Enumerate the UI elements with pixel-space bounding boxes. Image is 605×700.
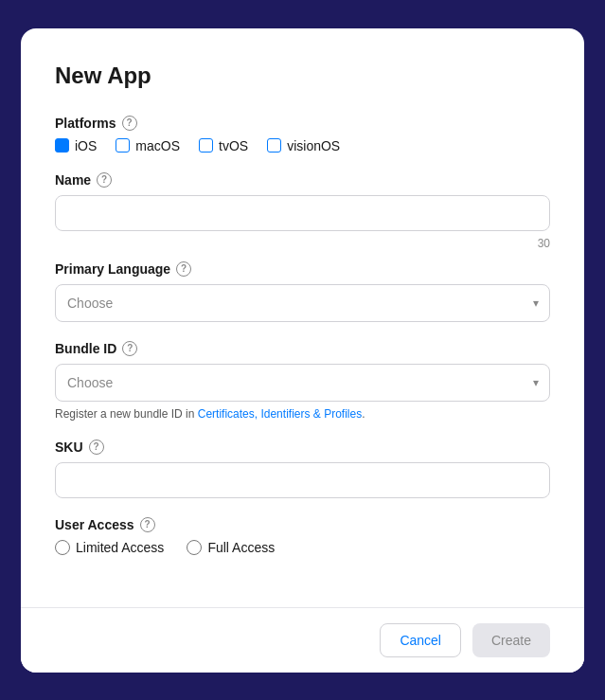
- bundle-id-select[interactable]: Choose: [55, 364, 550, 402]
- bundle-id-select-wrapper: Choose ▾: [55, 364, 550, 402]
- primary-language-group: Primary Language ? Choose English Spanis…: [55, 261, 550, 322]
- sku-help-icon[interactable]: ?: [89, 440, 104, 455]
- limited-access-radio[interactable]: [55, 540, 70, 555]
- name-input-wrapper: 30: [55, 195, 550, 231]
- macos-checkbox[interactable]: [116, 138, 130, 153]
- name-label: Name ?: [55, 172, 550, 188]
- ios-label: iOS: [75, 138, 97, 153]
- primary-language-help-icon[interactable]: ?: [176, 261, 191, 277]
- bundle-id-link[interactable]: Certificates, Identifiers & Profiles: [198, 407, 362, 421]
- create-button[interactable]: Create: [472, 623, 550, 657]
- platforms-row: iOS macOS tvOS visionOS: [55, 138, 550, 153]
- sku-input[interactable]: [55, 462, 550, 498]
- user-access-label: User Access ?: [55, 517, 550, 532]
- visionos-label: visionOS: [287, 138, 340, 153]
- user-access-group: User Access ? Limited Access Full Access: [55, 517, 550, 555]
- macos-label: macOS: [135, 138, 180, 153]
- modal-footer: Cancel Create: [21, 607, 584, 673]
- visionos-checkbox[interactable]: [267, 138, 281, 153]
- name-input[interactable]: [55, 195, 550, 231]
- tvos-checkbox-item[interactable]: tvOS: [199, 138, 248, 153]
- name-help-icon[interactable]: ?: [97, 172, 112, 188]
- ios-checkbox-item[interactable]: iOS: [55, 138, 97, 153]
- bundle-id-help-icon[interactable]: ?: [122, 341, 137, 356]
- visionos-checkbox-item[interactable]: visionOS: [267, 138, 340, 153]
- bundle-id-group: Bundle ID ? Choose ▾ Register a new bund…: [55, 341, 550, 421]
- full-access-radio[interactable]: [187, 540, 202, 555]
- tvos-checkbox[interactable]: [199, 138, 213, 153]
- primary-language-label: Primary Language ?: [55, 261, 550, 277]
- platforms-label: Platforms ?: [55, 116, 550, 131]
- new-app-modal: New App Platforms ? iOS macOS tvOS: [21, 28, 584, 673]
- primary-language-select-wrapper: Choose English Spanish French German Chi…: [55, 284, 550, 322]
- limited-access-radio-item[interactable]: Limited Access: [55, 540, 164, 555]
- name-group: Name ? 30: [55, 172, 550, 231]
- cancel-button[interactable]: Cancel: [380, 623, 461, 657]
- bundle-id-label: Bundle ID ?: [55, 341, 550, 356]
- user-access-radio-row: Limited Access Full Access: [55, 540, 550, 555]
- bundle-id-hint: Register a new bundle ID in Certificates…: [55, 407, 550, 421]
- modal-title: New App: [55, 63, 550, 89]
- modal-body: New App Platforms ? iOS macOS tvOS: [21, 28, 584, 607]
- ios-checkbox[interactable]: [55, 138, 69, 153]
- platforms-group: Platforms ? iOS macOS tvOS visi: [55, 116, 550, 153]
- full-access-label: Full Access: [207, 540, 275, 555]
- tvos-label: tvOS: [219, 138, 248, 153]
- primary-language-select[interactable]: Choose English Spanish French German Chi…: [55, 284, 550, 322]
- limited-access-label: Limited Access: [76, 540, 164, 555]
- platforms-help-icon[interactable]: ?: [122, 116, 137, 131]
- macos-checkbox-item[interactable]: macOS: [116, 138, 180, 153]
- name-char-count: 30: [538, 237, 550, 250]
- sku-label: SKU ?: [55, 440, 550, 455]
- sku-group: SKU ?: [55, 440, 550, 498]
- user-access-help-icon[interactable]: ?: [140, 517, 155, 532]
- full-access-radio-item[interactable]: Full Access: [187, 540, 275, 555]
